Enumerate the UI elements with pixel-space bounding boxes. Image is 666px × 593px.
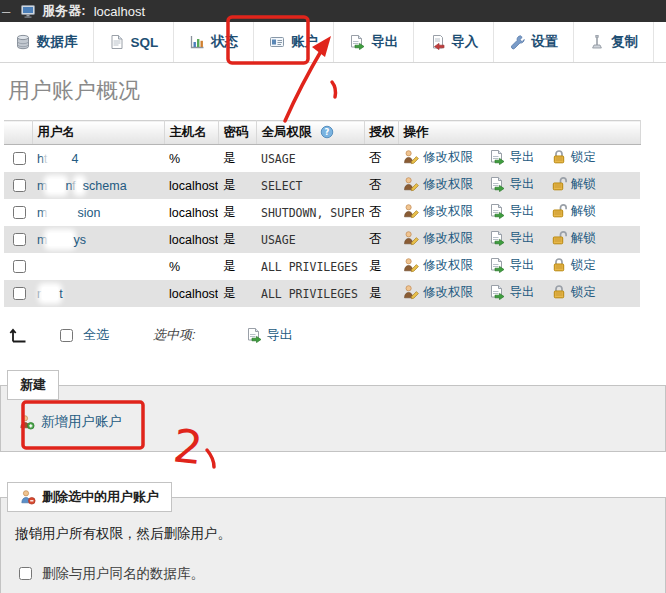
- export-account-link[interactable]: 导出: [489, 176, 534, 193]
- edit-user-icon: [403, 230, 419, 246]
- toolbar: 数据库 SQL 状态 账户 导出 导入 设置: [0, 22, 666, 63]
- unlock-account-link[interactable]: 解锁: [551, 203, 596, 220]
- username-link[interactable]: mnfschema: [37, 179, 127, 193]
- sql-icon: [109, 34, 125, 50]
- unlock-account-link[interactable]: 解锁: [551, 176, 596, 193]
- toolbar-item-import[interactable]: 导入: [414, 22, 494, 62]
- account-icon: [269, 34, 285, 50]
- username-link[interactable]: ht4: [37, 152, 78, 166]
- phpmyadmin-window: – 服务器: localhost 数据库 SQL 状态 账户 导出: [0, 0, 666, 593]
- row-checkbox[interactable]: [13, 179, 26, 192]
- delete-user-icon: [20, 489, 36, 505]
- row-checkbox[interactable]: [13, 152, 26, 165]
- edit-user-icon: [403, 284, 419, 300]
- account-row: rt localhost 是 ALL PRIVILEGES 是 修改权限 导出 …: [4, 280, 640, 307]
- export-icon: [489, 284, 505, 300]
- unlock-icon: [551, 203, 567, 219]
- privileges-cell: SHUTDOWN, SUPER: [256, 199, 364, 226]
- lock-account-link[interactable]: 锁定: [551, 257, 596, 274]
- username-link[interactable]: rt: [37, 287, 63, 301]
- row-checkbox[interactable]: [13, 260, 26, 273]
- add-user-account-link[interactable]: 新增用户账户: [19, 413, 122, 431]
- host-cell: localhost: [164, 172, 218, 199]
- delete-legend: 删除选中的用户账户: [7, 482, 172, 512]
- toolbar-item-status[interactable]: 状态: [174, 22, 254, 62]
- export-account-link[interactable]: 导出: [489, 257, 534, 274]
- grant-cell: 否: [364, 145, 398, 173]
- page-title: 用户账户概况: [8, 76, 666, 106]
- host-cell: localhost: [164, 280, 218, 307]
- drop-db-checkbox[interactable]: [19, 567, 32, 580]
- export-account-link[interactable]: 导出: [489, 284, 534, 301]
- host-cell: localhost: [164, 226, 218, 253]
- password-cell: 是: [218, 172, 256, 199]
- toolbar-item-settings[interactable]: 设置: [494, 22, 574, 62]
- col-header-actions: 操作: [398, 121, 640, 145]
- unlock-account-link[interactable]: 解锁: [551, 230, 596, 247]
- export-icon: [489, 203, 505, 219]
- edit-user-icon: [403, 176, 419, 192]
- export-account-link[interactable]: 导出: [489, 149, 534, 166]
- server-titlebar: – 服务器: localhost: [0, 0, 666, 22]
- lock-icon: [551, 149, 567, 165]
- lock-account-link[interactable]: 锁定: [551, 149, 596, 166]
- redacted-text: [77, 179, 82, 192]
- export-icon: [349, 34, 365, 50]
- grant-cell: 否: [364, 226, 398, 253]
- redacted-text: [42, 287, 58, 300]
- redacted-text: [48, 152, 70, 165]
- edit-user-icon: [403, 257, 419, 273]
- edit-privileges-link[interactable]: 修改权限: [403, 257, 473, 274]
- check-all-checkbox[interactable]: [60, 329, 73, 342]
- row-checkbox[interactable]: [13, 233, 26, 246]
- edit-privileges-link[interactable]: 修改权限: [403, 149, 473, 166]
- privileges-cell: USAGE: [256, 226, 364, 253]
- privileges-cell: USAGE: [256, 145, 364, 173]
- export-icon: [489, 230, 505, 246]
- account-row: mnfschema localhost 是 SELECT 否 修改权限 导出 解…: [4, 172, 640, 199]
- account-row: mys localhost 是 USAGE 否 修改权限 导出 解锁: [4, 226, 640, 253]
- password-cell: 是: [218, 280, 256, 307]
- export-account-link[interactable]: 导出: [489, 203, 534, 220]
- lock-icon: [551, 284, 567, 300]
- edit-privileges-link[interactable]: 修改权限: [403, 284, 473, 301]
- unlock-icon: [551, 230, 567, 246]
- import-icon: [429, 34, 445, 50]
- unlock-icon: [551, 176, 567, 192]
- settings-icon: [509, 34, 525, 50]
- help-icon[interactable]: [320, 125, 334, 139]
- username-link[interactable]: [37, 260, 81, 274]
- password-cell: 是: [218, 145, 256, 173]
- delete-accounts-fieldset: 删除选中的用户账户 撤销用户所有权限，然后删除用户。 删除与用户同名的数据库。: [0, 482, 666, 593]
- toolbar-item-export[interactable]: 导出: [334, 22, 414, 62]
- grant-cell: 否: [364, 199, 398, 226]
- check-all-link[interactable]: 全选: [83, 326, 109, 344]
- bulk-export-button[interactable]: 导出: [246, 326, 293, 344]
- redacted-text: [48, 233, 72, 246]
- accounts-table: 用户名 主机名 密码 全局权限 授权 操作 ht4 % 是 USAGE 否 修改…: [4, 120, 641, 307]
- edit-privileges-link[interactable]: 修改权限: [403, 230, 473, 247]
- export-account-link[interactable]: 导出: [489, 230, 534, 247]
- edit-privileges-link[interactable]: 修改权限: [403, 176, 473, 193]
- lock-icon: [551, 257, 567, 273]
- lock-account-link[interactable]: 锁定: [551, 284, 596, 301]
- redacted-text: [48, 206, 76, 219]
- toolbar-item-variables[interactable]: 变量: [654, 22, 666, 62]
- col-header-checkbox: [4, 121, 32, 145]
- username-link[interactable]: mys: [37, 233, 86, 247]
- server-label: 服务器:: [42, 2, 85, 20]
- minimize-dash[interactable]: –: [2, 1, 10, 21]
- host-cell: %: [164, 145, 218, 173]
- redacted-text: [48, 179, 64, 192]
- edit-privileges-link[interactable]: 修改权限: [403, 203, 473, 220]
- username-link[interactable]: msion: [37, 206, 100, 220]
- toolbar-item-replication[interactable]: 复制: [574, 22, 654, 62]
- new-legend: 新建: [7, 370, 59, 400]
- new-account-fieldset: 新建 新增用户账户: [0, 370, 666, 452]
- toolbar-item-databases[interactable]: 数据库: [0, 22, 94, 62]
- toolbar-item-accounts[interactable]: 账户: [254, 22, 334, 62]
- col-header-global-privileges: 全局权限: [256, 121, 364, 145]
- row-checkbox[interactable]: [13, 206, 26, 219]
- row-checkbox[interactable]: [13, 287, 26, 300]
- toolbar-item-sql[interactable]: SQL: [94, 22, 175, 62]
